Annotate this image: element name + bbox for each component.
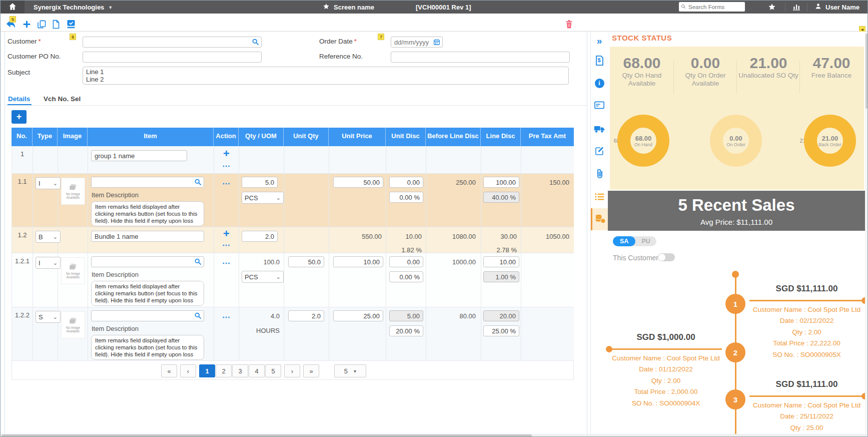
add-subline-button[interactable]: + (214, 149, 239, 158)
attachment-button[interactable] (591, 166, 607, 181)
this-customer-switch[interactable] (658, 253, 675, 261)
more-actions-button[interactable]: ⋯ (214, 240, 239, 250)
payment-card-button[interactable] (591, 98, 607, 113)
favorites-icon[interactable] (768, 3, 776, 13)
toggle-pu[interactable]: PU (635, 238, 656, 245)
add-subline-button[interactable]: + (214, 229, 239, 238)
next-page-button[interactable]: › (284, 364, 300, 377)
unit-price-input[interactable] (333, 256, 383, 267)
back-order-donut-chart: 21.00Back Order (804, 115, 856, 167)
uom-select[interactable]: PCS⌄ (242, 271, 284, 283)
add-line-button[interactable]: + (12, 110, 27, 124)
customer-po-input[interactable] (83, 52, 262, 63)
group-name-input[interactable] (91, 150, 187, 161)
collapse-panel-button[interactable]: » (591, 34, 607, 49)
list-menu-button[interactable] (591, 189, 607, 204)
type-select[interactable]: S⌄ (36, 311, 61, 323)
customer-input[interactable] (83, 37, 262, 48)
line-disc-input[interactable] (483, 256, 519, 267)
qty-input[interactable] (242, 177, 278, 188)
sale-total-price: Total Price : 2,000.00 (610, 386, 722, 398)
reference-no-input[interactable] (391, 52, 570, 63)
bundle-name-input[interactable] (91, 231, 204, 242)
recent-sale-card-1[interactable]: SGD $11,111.00 Customer Name : Cool Spot… (749, 284, 864, 360)
type-select[interactable]: I⌄ (36, 257, 61, 269)
last-page-button[interactable]: » (303, 364, 319, 377)
unit-disc-input[interactable] (389, 256, 423, 267)
search-forms-box[interactable] (679, 2, 745, 12)
unit-qty-input[interactable] (288, 256, 324, 267)
order-date-field (391, 37, 443, 48)
home-button[interactable] (1, 1, 25, 14)
order-date-label: Order Date* (319, 38, 357, 45)
add-document-button[interactable] (23, 19, 31, 30)
sa-pu-toggle[interactable]: SA PU (613, 236, 656, 246)
line-disc-pct-input[interactable] (483, 325, 519, 336)
favorite-star-icon[interactable] (323, 3, 330, 12)
stock-status-button[interactable] (591, 208, 608, 230)
item-search-icon[interactable] (194, 178, 202, 187)
recent-sale-card-3[interactable]: SGD $11,111.00 Customer Name : Cool Spot… (749, 379, 864, 433)
recent-sale-card-2[interactable]: SGD $1,000.00 Customer Name : Cool Spot … (610, 332, 722, 409)
user-menu[interactable]: User Name (815, 1, 859, 14)
table-row-1-2: 1.2 B⌄ + ⋯ 550.00 10.00 1.82 % 1080.00 3… (12, 227, 574, 253)
subject-textarea[interactable]: Line 1 Line 2 (83, 67, 569, 85)
item-search-icon[interactable] (194, 312, 202, 321)
uom-select[interactable]: PCS⌄ (242, 192, 284, 204)
toggle-sa[interactable]: SA (613, 236, 635, 246)
item-remarks-textarea[interactable]: Item remarks field displayed after click… (91, 201, 204, 226)
tab-details[interactable]: Details (8, 95, 30, 103)
line-disc-input[interactable] (483, 177, 519, 188)
item-remarks-textarea[interactable]: Item remarks field displayed after click… (91, 335, 204, 360)
price-document-button[interactable]: $ (591, 54, 607, 69)
unit-disc-pct-input[interactable] (389, 192, 423, 203)
search-forms-input[interactable] (687, 4, 744, 11)
page-button-4[interactable]: 4 (249, 364, 265, 377)
unit-price-input[interactable] (333, 310, 383, 321)
home-icon (8, 2, 17, 13)
page-button-1[interactable]: 1 (199, 364, 215, 377)
module-dropdown[interactable]: Synergix Technologies ▾ (34, 1, 112, 14)
tab-vch-no-sel[interactable]: Vch No. Sel (44, 95, 81, 103)
customer-search-icon[interactable] (252, 38, 259, 47)
item-search-icon[interactable] (194, 258, 202, 267)
item-search-input[interactable] (91, 177, 204, 188)
panel-scrollbar-thumb[interactable] (865, 34, 868, 109)
qty-input[interactable] (242, 231, 278, 242)
page-button-3[interactable]: 3 (232, 364, 248, 377)
page-button-5[interactable]: 5 (265, 364, 281, 377)
submit-button[interactable] (66, 19, 76, 30)
type-select[interactable]: I⌄ (36, 177, 61, 189)
page-size-select[interactable]: 5▾ (334, 364, 366, 377)
unit-price-input[interactable] (333, 177, 383, 188)
unit-disc-pct-input[interactable] (389, 271, 423, 282)
item-search-input[interactable] (91, 310, 204, 321)
page-button-2[interactable]: 2 (216, 364, 232, 377)
delete-button[interactable] (565, 19, 573, 30)
more-actions-button[interactable]: ⋯ (214, 312, 239, 322)
info-button[interactable]: i (591, 76, 607, 91)
timeline-node-3: 3 (725, 389, 745, 409)
item-remarks-textarea[interactable]: Item remarks field displayed after click… (91, 281, 204, 306)
more-actions-button[interactable]: ⋯ (214, 179, 239, 188)
edit-note-button[interactable] (591, 143, 607, 158)
more-actions-button[interactable]: ⋯ (214, 258, 239, 268)
type-select[interactable]: B⌄ (36, 231, 61, 243)
delivery-truck-button[interactable] (591, 121, 607, 136)
more-actions-button[interactable]: ⋯ (214, 161, 239, 171)
item-search-input[interactable] (91, 256, 204, 267)
copy-button[interactable] (37, 19, 47, 30)
calendar-icon[interactable] (433, 39, 440, 47)
horizontal-scrollbar-thumb[interactable] (2, 434, 532, 437)
first-page-button[interactable]: « (161, 364, 177, 377)
unit-qty-input[interactable] (288, 310, 324, 321)
dashboard-chart-icon[interactable] (792, 4, 801, 12)
unit-disc-pct-input[interactable] (389, 325, 423, 336)
screen-title: Screen name (323, 1, 374, 14)
timeline-connector (749, 300, 864, 301)
prev-page-button[interactable]: ‹ (180, 364, 196, 377)
unit-disc-input[interactable] (389, 177, 423, 188)
sale-customer: Customer Name : Cool Spot Pte Ltd (610, 353, 722, 364)
pdf-export-button[interactable] (52, 19, 60, 30)
required-mark: * (39, 38, 41, 45)
